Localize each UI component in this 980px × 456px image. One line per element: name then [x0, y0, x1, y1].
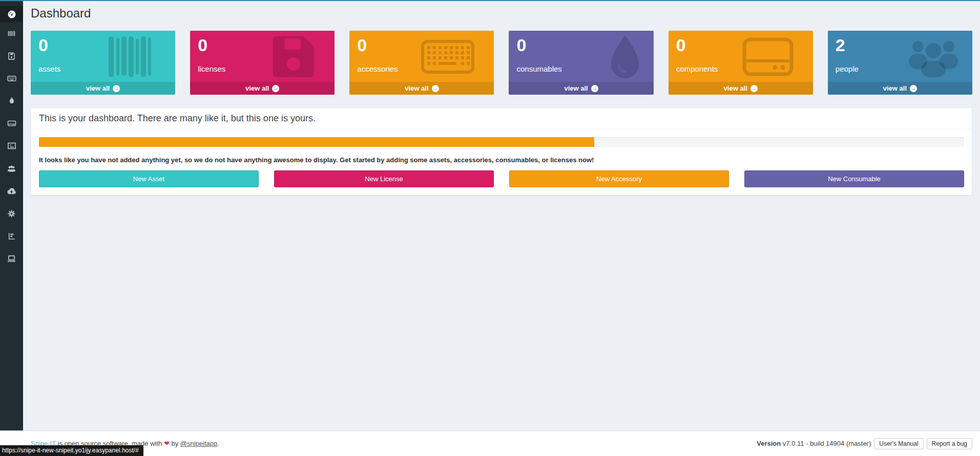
footer: Snipe-IT is open source software, made w… [0, 430, 980, 456]
stat-label: people [836, 64, 965, 76]
footer-version-area: Version v7.0.11 - build 14904 (master) U… [757, 438, 972, 449]
browser-status-url: https://snipe-it-new-snipeit.yo1ijy.easy… [0, 445, 143, 456]
stat-label: consumables [516, 64, 645, 76]
stat-label: accessories [357, 64, 486, 76]
view-all-components-link[interactable]: view all → [669, 82, 813, 95]
snipeitapp-link[interactable]: @snipeitapp [180, 440, 217, 447]
progress-bar [39, 137, 964, 147]
view-all-assets-link[interactable]: view all → [31, 82, 175, 95]
quick-create-buttons: New Asset New License New Accessory New … [39, 170, 964, 187]
sidebar-item-reports[interactable] [0, 225, 23, 247]
stat-box-licenses: 0 licenses view all → [190, 31, 335, 95]
dashboard-panel: This is your dashboard. There are many l… [31, 107, 972, 196]
main-content: Dashboard 0 assets view all → 0 licenses [23, 0, 980, 196]
users-icon [6, 163, 17, 174]
panel-heading: This is your dashboard. There are many l… [31, 108, 972, 129]
view-all-licenses-link[interactable]: view all → [190, 82, 335, 95]
arrow-circle-right-icon: → [432, 85, 439, 92]
bar-chart-icon [7, 231, 16, 241]
sidebar-item-kits[interactable] [0, 135, 23, 157]
top-accent-line [0, 0, 980, 1]
page-background: { "theme": { "top_border_color": "#3c87b… [0, 0, 980, 456]
sidebar-item-accessories[interactable] [0, 67, 23, 90]
new-license-button[interactable]: New License [274, 170, 494, 187]
sidebar-item-requestables[interactable] [0, 247, 23, 270]
barcode-icon [7, 29, 16, 38]
stat-count: 0 [198, 36, 327, 55]
keyboard-icon [7, 73, 17, 83]
stat-box-row: 0 assets view all → 0 licenses view all … [23, 31, 980, 95]
cloud-upload-icon [6, 186, 17, 197]
stat-box-accessories: 0 accessories view all → [349, 31, 494, 95]
arrow-circle-right-icon: → [113, 85, 120, 92]
stat-count: 0 [357, 36, 486, 55]
stat-box-people: 2 people view all → [828, 31, 972, 95]
tachometer-icon [7, 9, 17, 19]
stat-box-components: 0 components view all → [669, 31, 813, 95]
stat-label: assets [38, 64, 168, 76]
droplet-icon [7, 96, 16, 105]
sidebar-item-people[interactable] [0, 157, 23, 180]
new-asset-button[interactable]: New Asset [39, 170, 259, 187]
sidebar [0, 1, 23, 430]
stat-box-assets: 0 assets view all → [31, 31, 175, 95]
stat-count: 0 [516, 36, 645, 55]
sidebar-item-settings[interactable] [0, 202, 23, 225]
arrow-circle-right-icon: → [750, 85, 758, 92]
report-bug-button[interactable]: Report a bug [927, 438, 972, 449]
hdd-icon [7, 118, 17, 128]
arrow-circle-right-icon: → [272, 85, 279, 92]
sidebar-item-components[interactable] [0, 112, 23, 135]
sidebar-item-assets[interactable] [0, 22, 23, 45]
stat-count: 2 [836, 36, 965, 55]
arrow-circle-right-icon: → [591, 85, 598, 92]
view-all-accessories-link[interactable]: view all → [349, 82, 494, 95]
sidebar-item-import[interactable] [0, 180, 23, 202]
users-manual-button[interactable]: User's Manual [874, 438, 923, 449]
laptop-icon [6, 253, 17, 264]
sidebar-item-dashboard[interactable] [0, 6, 23, 22]
new-accessory-button[interactable]: New Accessory [509, 170, 729, 187]
stat-box-consumables: 0 consumables view all → [509, 31, 653, 95]
sidebar-item-licenses[interactable] [0, 45, 23, 67]
version-text: Version v7.0.11 - build 14904 (master) [757, 440, 871, 447]
stat-count: 0 [676, 36, 805, 55]
stat-count: 0 [38, 36, 168, 55]
view-all-consumables-link[interactable]: view all → [509, 82, 653, 95]
progress-bar-fill [39, 137, 594, 147]
stat-label: components [676, 64, 805, 76]
page-title: Dashboard [31, 6, 972, 20]
heart-icon: ❤ [164, 440, 170, 447]
stat-label: licenses [198, 64, 327, 76]
gear-icon [7, 209, 16, 219]
empty-state-message: It looks like you have not added anythin… [39, 156, 964, 164]
arrow-circle-right-icon: → [910, 85, 917, 92]
view-all-people-link[interactable]: view all → [828, 82, 972, 95]
sidebar-item-consumables[interactable] [0, 90, 23, 112]
floppy-disk-icon [7, 51, 16, 61]
picture-frame-icon [7, 141, 17, 151]
new-consumable-button[interactable]: New Consumable [744, 170, 964, 187]
